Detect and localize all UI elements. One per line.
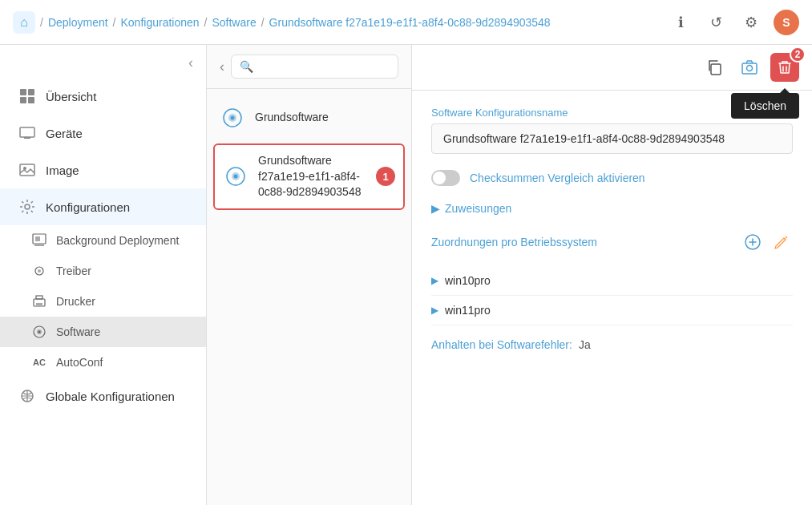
os-section-header: Zuordnungen pro Betriebssystem xyxy=(431,231,793,253)
svg-rect-10 xyxy=(35,236,40,241)
svg-rect-4 xyxy=(20,127,34,137)
list-panel: ‹ 🔍 Grundsoftware xyxy=(207,45,412,505)
background-deployment-label: Background Deployment xyxy=(56,234,179,247)
breadcrumb-sep-1: / xyxy=(40,16,43,29)
svg-rect-6 xyxy=(20,164,34,176)
os-edit-button[interactable] xyxy=(770,231,793,253)
svg-rect-14 xyxy=(36,296,42,299)
image-icon xyxy=(18,161,36,179)
svg-rect-26 xyxy=(711,64,721,75)
camera-button[interactable] xyxy=(735,53,764,82)
error-line: Anhalten bei Softwarefehler: Ja xyxy=(431,338,793,351)
search-box[interactable]: 🔍 xyxy=(231,55,398,79)
settings-icon: ⚙ xyxy=(745,14,757,31)
copy-button[interactable] xyxy=(700,53,729,82)
breadcrumb-konfigurationen[interactable]: Konfigurationen xyxy=(120,16,199,29)
svg-point-28 xyxy=(747,66,753,71)
list-back-button[interactable]: ‹ xyxy=(220,59,224,75)
delete-button[interactable]: 2 Löschen xyxy=(770,53,799,82)
info-button[interactable]: ℹ xyxy=(668,10,693,35)
error-label: Anhalten bei Softwarefehler: xyxy=(431,338,572,351)
os-item-win11pro-label: win11pro xyxy=(445,304,491,317)
topbar-icons: ℹ ↺ ⚙ S xyxy=(668,10,799,35)
uebersicht-label: Übersicht xyxy=(46,90,96,103)
svg-rect-5 xyxy=(24,137,30,139)
svg-point-8 xyxy=(25,204,30,209)
refresh-button[interactable]: ↺ xyxy=(703,10,729,35)
toggle-knob xyxy=(433,172,446,184)
search-input[interactable] xyxy=(260,60,390,73)
os-item-win10pro-label: win10pro xyxy=(445,274,491,287)
breadcrumb-software[interactable]: Software xyxy=(212,16,256,29)
sidebar: ‹ Übersicht Geräte xyxy=(0,45,207,505)
refresh-icon: ↺ xyxy=(710,14,722,31)
sidebar-item-image[interactable]: Image xyxy=(0,152,206,188)
os-section-actions xyxy=(741,231,793,253)
home-icon: ⌂ xyxy=(20,15,28,30)
software-icon xyxy=(32,325,46,339)
delete-badge: 2 xyxy=(790,46,806,63)
breadcrumb: ⌂ / Deployment / Konfigurationen / Softw… xyxy=(13,11,551,34)
list-item-grundsoftware[interactable]: Grundsoftware xyxy=(207,95,411,140)
konfigurationen-icon xyxy=(18,198,36,216)
os-item-win10pro[interactable]: ▶ win10pro xyxy=(431,266,793,296)
sidebar-item-software[interactable]: Software xyxy=(0,317,206,347)
checksum-label: Checksummen Vergleich aktivieren xyxy=(470,172,645,184)
detail-content: Software Konfigurationsname Grundsoftwar… xyxy=(412,91,812,367)
zuweisungen-link[interactable]: ▶ Zuweisungen xyxy=(431,202,793,215)
breadcrumb-deployment[interactable]: Deployment xyxy=(48,16,108,29)
drucker-icon xyxy=(32,294,46,309)
konfigurationen-label: Konfigurationen xyxy=(46,200,130,214)
background-deployment-icon xyxy=(32,233,46,248)
breadcrumb-sep-4: / xyxy=(261,16,265,29)
sidebar-item-konfigurationen[interactable]: Konfigurationen xyxy=(0,188,206,225)
field-value: Grundsoftware f27a1e19-e1f1-a8f4-0c88-9d… xyxy=(431,123,793,154)
image-label: Image xyxy=(46,164,79,177)
svg-rect-1 xyxy=(28,89,34,95)
user-avatar[interactable]: S xyxy=(774,10,799,35)
list-item-grundsoftware-uuid[interactable]: Grundsoftware f27a1e19-e1f1-a8f4-0c88-9d… xyxy=(213,143,405,210)
topbar: ⌂ / Deployment / Konfigurationen / Softw… xyxy=(0,0,812,45)
svg-rect-15 xyxy=(36,303,42,305)
detail-panel: 2 Löschen Software Konfigurationsname Gr… xyxy=(412,45,812,505)
autoconf-icon: AC xyxy=(32,355,46,370)
svg-rect-2 xyxy=(20,97,26,103)
list-item-uuid-icon xyxy=(223,164,248,189)
svg-point-25 xyxy=(234,175,238,179)
os-item-win11pro[interactable]: ▶ win11pro xyxy=(431,296,793,325)
breadcrumb-current: Grundsoftware f27a1e19-e1f1-a8f4-0c88-9d… xyxy=(269,16,551,29)
svg-point-18 xyxy=(38,331,41,333)
error-value: Ja xyxy=(579,338,591,351)
os-item-win11pro-chevron: ▶ xyxy=(431,305,438,316)
search-icon: 🔍 xyxy=(240,60,253,73)
main-layout: ‹ Übersicht Geräte xyxy=(0,45,812,505)
treiber-label: Treiber xyxy=(56,265,91,277)
list-item-uuid-badge: 1 xyxy=(376,167,395,186)
globale-konfigurationen-label: Globale Konfigurationen xyxy=(46,390,175,403)
sidebar-item-treiber[interactable]: Treiber xyxy=(0,256,206,286)
sidebar-item-geraete[interactable]: Geräte xyxy=(0,115,206,152)
svg-point-12 xyxy=(38,269,41,273)
sidebar-item-globale-konfigurationen[interactable]: Globale Konfigurationen xyxy=(0,378,206,414)
info-icon: ℹ xyxy=(678,14,684,31)
list-item-uuid-label: Grundsoftware f27a1e19-e1f1-a8f4-0c88-9d… xyxy=(258,153,366,200)
svg-rect-0 xyxy=(20,89,26,95)
sidebar-item-drucker[interactable]: Drucker xyxy=(0,286,206,317)
os-add-button[interactable] xyxy=(741,231,764,253)
settings-button[interactable]: ⚙ xyxy=(738,10,764,35)
zuweisungen-label: Zuweisungen xyxy=(445,202,511,215)
uebersicht-icon xyxy=(18,87,36,105)
software-label: Software xyxy=(56,325,100,338)
sidebar-collapse-button[interactable]: ‹ xyxy=(188,55,193,71)
list-item-grundsoftware-label: Grundsoftware xyxy=(255,110,329,126)
sidebar-item-background-deployment[interactable]: Background Deployment xyxy=(0,225,206,256)
sidebar-item-uebersicht[interactable]: Übersicht xyxy=(0,78,206,115)
checksum-toggle[interactable] xyxy=(431,170,460,186)
svg-point-22 xyxy=(231,116,235,120)
os-section-title: Zuordnungen pro Betriebssystem xyxy=(431,236,597,248)
sidebar-item-autoconf[interactable]: AC AutoConf xyxy=(0,347,206,378)
list-item-grundsoftware-icon xyxy=(220,105,245,131)
home-button[interactable]: ⌂ xyxy=(13,11,35,34)
autoconf-label: AutoConf xyxy=(56,356,103,369)
content-area: ‹ 🔍 Grundsoftware xyxy=(207,45,812,505)
